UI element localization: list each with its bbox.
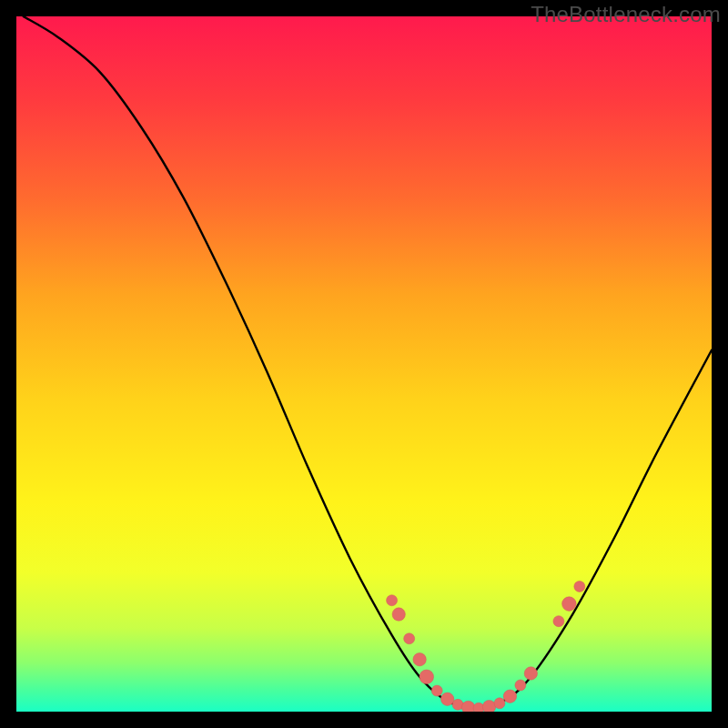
sample-dot bbox=[574, 581, 585, 592]
sample-dot bbox=[482, 700, 495, 712]
sample-dot bbox=[503, 690, 516, 703]
sample-dot bbox=[404, 633, 415, 644]
watermark-text: TheBottleneck.com bbox=[531, 2, 721, 27]
sample-dot bbox=[392, 608, 405, 621]
sample-dot bbox=[420, 670, 434, 684]
sample-dot bbox=[553, 616, 564, 627]
sample-dot bbox=[562, 597, 577, 612]
chart-frame: { "watermark": "TheBottleneck.com", "col… bbox=[0, 0, 728, 728]
sample-dot bbox=[461, 701, 474, 712]
sample-dot bbox=[440, 693, 453, 705]
sample-dot bbox=[524, 667, 537, 680]
sample-dot bbox=[387, 595, 398, 606]
sample-dots bbox=[387, 581, 585, 712]
sample-dot bbox=[413, 653, 426, 666]
sample-dot bbox=[431, 685, 442, 696]
bottleneck-curve bbox=[24, 16, 712, 708]
sample-dot bbox=[494, 698, 505, 709]
sample-dot bbox=[515, 680, 526, 691]
plot-area bbox=[16, 16, 712, 712]
curve-layer bbox=[16, 16, 712, 712]
